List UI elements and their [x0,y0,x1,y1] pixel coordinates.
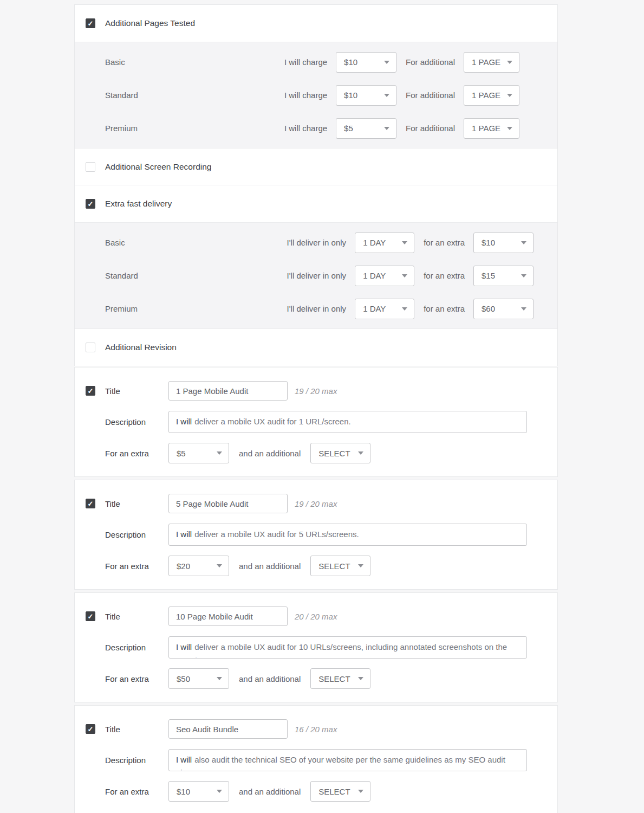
tier-row-basic: Basic I'll deliver in only 1 DAY for an … [75,226,557,259]
description-input[interactable]: I willdeliver a mobile UX audit for 10 U… [168,636,527,659]
screen-recording-checkbox[interactable]: ✓ [86,162,95,172]
extra-price-row: For an extra $5 and an additional SELECT [75,443,557,463]
description-input[interactable]: I willalso audit the technical SEO of yo… [168,749,527,771]
extra-enabled-checkbox[interactable]: ✓ [86,499,95,508]
extra-enabled-checkbox[interactable]: ✓ [86,724,95,734]
chevron-down-icon [358,564,363,567]
for-extra-label: For an extra [105,787,168,796]
price-dropdown[interactable]: $5 [336,118,396,139]
gig-extras-page: ✓ Additional Pages Tested Basic I will c… [0,0,644,813]
for-extra-label: For an extra [105,449,168,458]
fast-delivery-checkbox[interactable]: ✓ [86,199,95,209]
char-counter: 19 / 20 max [295,499,337,508]
chevron-down-icon [384,61,389,64]
chevron-down-icon [521,241,526,244]
chevron-down-icon [217,790,222,793]
quantity-dropdown[interactable]: SELECT [310,668,370,689]
chevron-down-icon [384,94,389,97]
tier-row-premium: Premium I'll deliver in only 1 DAY for a… [75,292,557,325]
custom-extra-block-4: ✓ Title Seo Audit Bundle 16 / 20 max Des… [74,705,558,813]
chevron-down-icon [217,677,222,680]
for-additional-label: For additional [406,124,455,133]
chevron-down-icon [384,127,389,130]
days-dropdown[interactable]: 1 DAY [355,266,414,286]
custom-extra-block-3: ✓ Title 10 Page Mobile Audit 20 / 20 max… [74,592,558,702]
extra-price-row: For an extra $20 and an additional SELEC… [75,556,557,576]
for-extra-label: for an extra [424,304,465,313]
section-label: Additional Screen Recording [105,162,211,172]
price-dropdown[interactable]: $10 [336,52,396,73]
tier-label: Basic [105,238,125,247]
chevron-down-icon [217,451,222,455]
additional-pages-checkbox[interactable]: ✓ [86,18,95,28]
title-label: Title [105,386,168,396]
section-fast-delivery: ✓ Extra fast delivery [75,185,557,222]
extra-price-row: For an extra $10 and an additional SELEC… [75,781,557,802]
charge-label: I will charge [284,91,327,100]
charge-label: I will charge [284,57,327,67]
title-input[interactable]: 5 Page Mobile Audit [168,494,288,513]
price-dropdown[interactable]: $60 [473,299,534,319]
chevron-down-icon [507,61,512,64]
days-dropdown[interactable]: 1 DAY [355,299,414,319]
tier-row-basic: Basic I will charge $10 For additional 1… [75,46,557,79]
section-additional-revision: ✓ Additional Revision [75,329,557,366]
title-row: ✓ Title 10 Page Mobile Audit 20 / 20 max [75,606,557,626]
for-additional-label: For additional [406,91,455,100]
price-dropdown[interactable]: $50 [168,668,229,689]
description-row: Description I willdeliver a mobile UX au… [75,411,557,433]
title-row: ✓ Title Seo Audit Bundle 16 / 20 max [75,719,557,739]
price-dropdown[interactable]: $15 [473,266,534,286]
days-dropdown[interactable]: 1 DAY [355,233,414,253]
section-label: Additional Pages Tested [105,18,195,28]
and-additional-label: and an additional [239,562,301,571]
checkmark-icon: ✓ [88,726,94,733]
price-dropdown[interactable]: $5 [168,443,229,463]
additional-revision-checkbox[interactable]: ✓ [86,343,95,352]
description-label: Description [105,530,168,539]
custom-extras-list: ✓ Title 1 Page Mobile Audit 19 / 20 max … [74,367,644,813]
chevron-down-icon [358,677,363,680]
price-dropdown[interactable]: $10 [168,781,229,802]
section-label: Extra fast delivery [105,199,172,209]
deliver-label: I'll deliver in only [287,271,347,280]
description-row: Description I willdeliver a mobile UX au… [75,636,557,659]
unit-dropdown[interactable]: 1 PAGE [464,118,519,139]
description-prefix: I will [176,642,192,651]
title-label: Title [105,612,168,621]
for-extra-label: For an extra [105,562,168,571]
custom-extra-block-2: ✓ Title 5 Page Mobile Audit 19 / 20 max … [74,480,558,590]
chevron-down-icon [507,127,512,130]
price-dropdown[interactable]: $10 [336,85,396,106]
chevron-down-icon [217,564,222,567]
extra-enabled-checkbox[interactable]: ✓ [86,386,95,396]
chevron-down-icon [402,307,407,311]
custom-extra-block-1: ✓ Title 1 Page Mobile Audit 19 / 20 max … [74,367,558,477]
price-dropdown[interactable]: $10 [473,233,534,253]
extra-enabled-checkbox[interactable]: ✓ [86,611,95,621]
chevron-down-icon [402,241,407,244]
checkmark-icon: ✓ [88,500,94,507]
for-extra-label: For an extra [105,674,168,683]
and-additional-label: and an additional [239,449,301,458]
description-prefix: I will [176,417,192,426]
chevron-down-icon [358,790,363,793]
description-input[interactable]: I willdeliver a mobile UX audit for 1 UR… [168,411,527,433]
description-input[interactable]: I willdeliver a mobile UX audit for 5 UR… [168,524,527,546]
section-label: Additional Revision [105,343,177,352]
chevron-down-icon [507,94,512,97]
tier-label: Standard [105,271,138,280]
unit-dropdown[interactable]: 1 PAGE [464,52,519,73]
quantity-dropdown[interactable]: SELECT [310,556,370,576]
chevron-down-icon [402,274,407,278]
description-row: Description I willalso audit the technic… [75,749,557,771]
quantity-dropdown[interactable]: SELECT [310,781,370,802]
title-input[interactable]: Seo Audit Bundle [168,719,288,739]
char-counter: 20 / 20 max [295,612,337,621]
title-input[interactable]: 10 Page Mobile Audit [168,606,288,626]
unit-dropdown[interactable]: 1 PAGE [464,85,519,106]
description-prefix: I will [176,530,192,539]
quantity-dropdown[interactable]: SELECT [310,443,370,463]
title-input[interactable]: 1 Page Mobile Audit [168,381,288,401]
price-dropdown[interactable]: $20 [168,556,229,576]
